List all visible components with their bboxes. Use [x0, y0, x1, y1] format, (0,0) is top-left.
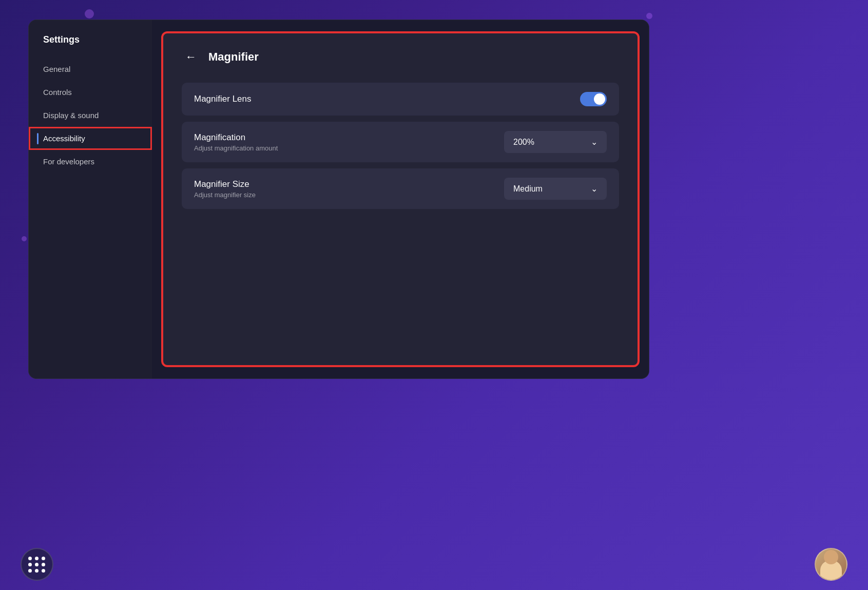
bg-decoration-1 — [85, 9, 94, 18]
bg-decoration-3 — [22, 236, 27, 241]
magnification-sublabel: Adjust magnification amount — [194, 144, 278, 152]
dot-6 — [42, 563, 45, 566]
sidebar: Settings General Controls Display & soun… — [29, 20, 152, 378]
avatar-head — [824, 550, 838, 564]
magnifier-size-sublabel: Adjust magnifier size — [194, 191, 256, 199]
back-button[interactable]: ← — [182, 48, 200, 66]
dot-5 — [35, 563, 38, 566]
magnifier-panel: ← Magnifier Magnifier Lens Magnification… — [161, 31, 640, 367]
sidebar-item-for-developers[interactable]: For developers — [29, 150, 152, 173]
magnification-chevron-icon: ⌄ — [591, 137, 597, 147]
magnifier-size-dropdown[interactable]: Medium ⌄ — [504, 178, 607, 200]
magnification-value: 200% — [513, 138, 534, 147]
panel-title: Magnifier — [208, 50, 259, 64]
dot-3 — [42, 557, 45, 560]
magnifier-lens-toggle[interactable] — [580, 92, 607, 106]
apps-grid-icon — [28, 557, 46, 573]
magnification-label-group: Magnification Adjust magnification amoun… — [194, 132, 278, 152]
magnifier-size-label: Magnifier Size — [194, 179, 256, 189]
panel-header: ← Magnifier — [182, 48, 619, 66]
settings-window: Settings General Controls Display & soun… — [28, 20, 649, 379]
magnifier-size-chevron-icon: ⌄ — [591, 184, 597, 194]
magnification-label: Magnification — [194, 132, 278, 143]
magnifier-size-label-group: Magnifier Size Adjust magnifier size — [194, 179, 256, 199]
sidebar-item-display-sound[interactable]: Display & sound — [29, 104, 152, 127]
avatar-body — [820, 560, 842, 580]
toggle-knob — [594, 93, 605, 105]
dot-8 — [35, 569, 38, 573]
magnification-row: Magnification Adjust magnification amoun… — [182, 122, 619, 162]
sidebar-item-general[interactable]: General — [29, 58, 152, 81]
magnifier-lens-label: Magnifier Lens — [194, 94, 252, 104]
dot-9 — [42, 569, 45, 573]
dot-2 — [35, 557, 38, 560]
dot-4 — [28, 563, 32, 566]
magnifier-lens-toggle-container — [580, 92, 607, 106]
dot-1 — [28, 557, 32, 560]
magnifier-size-value: Medium — [513, 184, 543, 194]
sidebar-item-controls[interactable]: Controls — [29, 81, 152, 104]
apps-button[interactable] — [21, 548, 53, 581]
magnifier-lens-row: Magnifier Lens — [182, 83, 619, 116]
sidebar-title: Settings — [29, 34, 152, 58]
magnification-dropdown[interactable]: 200% ⌄ — [504, 131, 607, 153]
magnifier-size-row: Magnifier Size Adjust magnifier size Med… — [182, 168, 619, 209]
sidebar-item-accessibility[interactable]: Accessibility — [29, 127, 152, 150]
dot-7 — [28, 569, 32, 573]
avatar[interactable] — [815, 548, 847, 581]
bg-decoration-2 — [646, 13, 652, 19]
taskbar — [0, 539, 868, 590]
main-content: ← Magnifier Magnifier Lens Magnification… — [152, 20, 649, 378]
